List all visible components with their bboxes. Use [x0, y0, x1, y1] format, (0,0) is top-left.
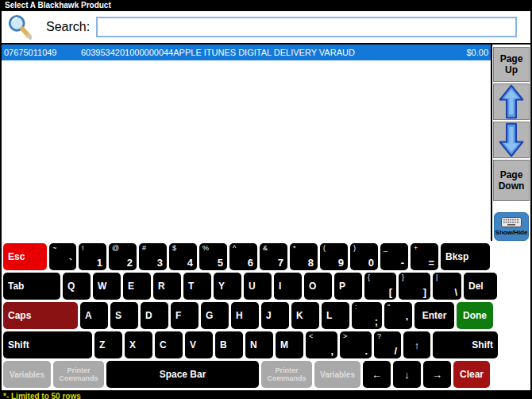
key-x[interactable]: X: [125, 331, 152, 358]
key-comma[interactable]: <,: [306, 331, 337, 358]
key-semicolon[interactable]: :;: [352, 302, 382, 329]
key-period[interactable]: >.: [340, 331, 372, 358]
title-bar: Select A Blackhawk Product: [0, 0, 532, 11]
key-done[interactable]: Done: [457, 302, 493, 329]
key-c[interactable]: C: [155, 331, 183, 358]
key-shift-label: {: [368, 273, 370, 281]
key-6[interactable]: ^6: [229, 243, 257, 270]
key-5[interactable]: %5: [199, 243, 227, 270]
key-clear[interactable]: Clear: [453, 361, 490, 388]
key-printer1[interactable]: Printer Commands: [53, 361, 104, 388]
scroll-up-button[interactable]: [493, 83, 530, 120]
key-8[interactable]: *8: [290, 243, 318, 270]
key-printer2[interactable]: Printer Commands: [261, 361, 312, 388]
key-space[interactable]: Space Bar: [106, 361, 259, 388]
key-7[interactable]: &7: [260, 243, 287, 270]
arrow-up-icon: [496, 84, 526, 119]
key-q[interactable]: Q: [63, 273, 91, 300]
search-panel: Search:: [2, 11, 530, 43]
key-del[interactable]: Del: [464, 273, 497, 300]
key-shift-label: |: [436, 273, 438, 281]
key-2[interactable]: @2: [109, 243, 137, 270]
key-o[interactable]: O: [304, 273, 332, 300]
key-main-label: `: [69, 257, 72, 269]
key-enter[interactable]: Enter: [414, 302, 454, 329]
key-tab[interactable]: Tab: [3, 273, 60, 300]
key-k[interactable]: K: [291, 302, 319, 329]
keyboard-icon: [501, 217, 522, 227]
key-t[interactable]: T: [183, 273, 211, 300]
key-u[interactable]: U: [244, 273, 272, 300]
key-j[interactable]: J: [261, 302, 289, 329]
result-row[interactable]: 076750110496039534201000000044APPLE ITUN…: [2, 45, 491, 60]
key-minus[interactable]: _-: [380, 243, 408, 270]
key-g[interactable]: G: [201, 302, 229, 329]
arrow-down-icon: [496, 122, 526, 157]
key-quote[interactable]: "': [384, 302, 412, 329]
key-d[interactable]: D: [141, 302, 168, 329]
key-w[interactable]: W: [93, 273, 121, 300]
key-lbracket[interactable]: {[: [364, 273, 396, 300]
key-main-label: ': [406, 316, 408, 327]
key-main-label: =: [428, 257, 434, 269]
key-equals[interactable]: +=: [411, 243, 438, 270]
key-down[interactable]: ↓: [393, 361, 421, 388]
key-backtick[interactable]: ~`: [49, 243, 76, 270]
search-input[interactable]: [96, 17, 517, 37]
result-description: APPLE ITUNES DIGITAL DELIVERY VARAUD: [173, 48, 466, 57]
result-price: $0.00: [466, 48, 488, 57]
keyboard-row: TabQWERTYUIOP{[}]|\Del: [3, 273, 530, 300]
key-4[interactable]: $4: [169, 243, 197, 270]
key-variables2[interactable]: Variables: [314, 361, 360, 388]
key-r[interactable]: R: [153, 273, 181, 300]
key-bksp[interactable]: Bksp: [441, 243, 490, 270]
key-shift-label: ^: [233, 244, 236, 252]
key-y[interactable]: Y: [214, 273, 241, 300]
key-esc[interactable]: Esc: [3, 243, 47, 270]
keyboard-row: ShiftZXCVBNM<,>.?/↑Shift: [3, 331, 530, 358]
key-h[interactable]: H: [231, 302, 259, 329]
key-rshift[interactable]: Shift: [433, 331, 498, 358]
key-l[interactable]: L: [322, 302, 349, 329]
key-v[interactable]: V: [185, 331, 213, 358]
key-9[interactable]: (9: [320, 243, 348, 270]
key-1[interactable]: !1: [79, 243, 106, 270]
key-0[interactable]: )0: [350, 243, 378, 270]
key-lshift[interactable]: Shift: [3, 331, 92, 358]
key-i[interactable]: I: [274, 273, 302, 300]
keyboard-row: Esc~`!1@2#3$4%5^6&7*8(9)0_-+=Bksp: [3, 243, 530, 270]
key-variables1[interactable]: Variables: [3, 361, 51, 388]
content-area: 076750110496039534201000000044APPLE ITUN…: [2, 43, 530, 241]
key-b[interactable]: B: [215, 331, 243, 358]
key-shift-label: $: [172, 244, 176, 252]
key-main-label: 6: [248, 257, 253, 269]
page-down-button[interactable]: Page Down: [493, 160, 530, 201]
show-hide-keyboard-button[interactable]: Show/Hide: [494, 212, 529, 241]
key-up[interactable]: ↑: [403, 331, 430, 358]
window-title: Select A Blackhawk Product: [5, 1, 111, 10]
key-s[interactable]: S: [110, 302, 138, 329]
key-main-label: ;: [375, 316, 378, 327]
key-caps[interactable]: Caps: [3, 302, 78, 329]
key-left[interactable]: ←: [363, 361, 391, 388]
key-slash[interactable]: ?/: [374, 331, 401, 358]
key-e[interactable]: E: [123, 273, 151, 300]
key-shift-label: !: [82, 244, 84, 252]
scroll-down-button[interactable]: [493, 122, 530, 158]
key-main-label: 8: [308, 257, 314, 269]
key-a[interactable]: A: [80, 302, 108, 329]
key-right[interactable]: →: [423, 361, 451, 388]
key-rbracket[interactable]: }]: [399, 273, 430, 300]
key-n[interactable]: N: [245, 331, 273, 358]
key-backslash[interactable]: |\: [433, 273, 461, 300]
key-shift-label: +: [414, 244, 418, 252]
result-code: 6039534201000000044: [81, 48, 173, 57]
key-main-label: 5: [218, 257, 223, 269]
key-f[interactable]: F: [171, 302, 199, 329]
key-main-label: ,: [330, 345, 333, 357]
key-p[interactable]: P: [334, 273, 362, 300]
key-z[interactable]: Z: [94, 331, 122, 358]
key-m[interactable]: M: [276, 331, 303, 358]
page-up-button[interactable]: Page Up: [493, 47, 530, 82]
key-3[interactable]: #3: [139, 243, 167, 270]
